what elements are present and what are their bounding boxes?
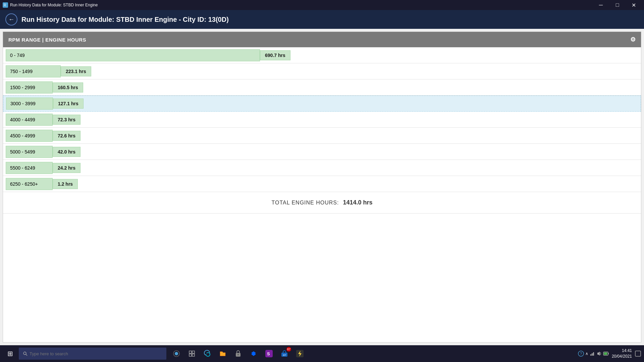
rpm-data-row: 750 - 1499 223.1 hrs bbox=[3, 63, 641, 79]
edge-icon bbox=[204, 350, 211, 357]
window-title: Run History Data for Module: STBD Inner … bbox=[10, 3, 98, 7]
title-bar: R Run History Data for Module: STBD Inne… bbox=[0, 0, 644, 10]
windows-icon: ⊞ bbox=[7, 350, 13, 358]
svg-rect-6 bbox=[189, 351, 192, 353]
hours-value: 127.1 hrs bbox=[53, 99, 84, 109]
notification-icon[interactable] bbox=[635, 350, 641, 357]
battery-icon bbox=[603, 351, 609, 356]
hours-value: 42.0 hrs bbox=[53, 147, 80, 157]
total-label: TOTAL ENGINE HOURS: bbox=[271, 200, 339, 206]
hours-value: 690.7 hrs bbox=[260, 50, 290, 60]
rpm-data-row: 6250 - 6250+ 1.2 hrs bbox=[3, 176, 641, 192]
app-s-button[interactable]: S bbox=[262, 346, 276, 361]
hours-value: 223.1 hrs bbox=[61, 66, 91, 76]
settings-gear-icon[interactable]: ⚙ bbox=[630, 36, 636, 43]
svg-rect-26 bbox=[604, 353, 607, 355]
svg-rect-27 bbox=[608, 353, 609, 354]
svg-text:R: R bbox=[4, 3, 6, 7]
svg-rect-23 bbox=[592, 353, 593, 356]
hours-value: 72.6 hrs bbox=[53, 131, 80, 141]
system-clock: 14:41 20/04/2021 bbox=[612, 348, 632, 359]
rpm-data-row: 0 - 749 690.7 hrs bbox=[3, 47, 641, 63]
bar-track: 750 - 1499 223.1 hrs bbox=[6, 65, 638, 77]
svg-point-2 bbox=[23, 352, 26, 355]
network-icon bbox=[590, 351, 595, 356]
rpm-data-row: 4000 - 4499 72.3 hrs bbox=[3, 112, 641, 128]
bar-track: 4500 - 4999 72.6 hrs bbox=[6, 130, 638, 142]
taskbar-right: ? ∧ 14:41 20/04/2021 bbox=[578, 348, 641, 359]
rpm-data-row: 1500 - 2999 160.5 hrs bbox=[3, 79, 641, 96]
dropbox-button[interactable] bbox=[246, 346, 261, 361]
rpm-range-label: 0 - 749 bbox=[6, 49, 260, 61]
bar-track: 1500 - 2999 160.5 hrs bbox=[6, 81, 638, 94]
back-button[interactable]: ← bbox=[5, 13, 17, 25]
search-input[interactable] bbox=[30, 351, 162, 356]
system-tray-icons: ? ∧ bbox=[578, 351, 609, 357]
speaker-icon bbox=[596, 351, 602, 356]
close-button[interactable]: ✕ bbox=[626, 0, 641, 10]
window-controls: ─ □ ✕ bbox=[593, 0, 641, 10]
svg-text:87: 87 bbox=[283, 354, 286, 357]
app-icon: R bbox=[3, 2, 8, 8]
search-icon bbox=[23, 351, 28, 356]
svg-text:?: ? bbox=[580, 352, 582, 356]
svg-text:S: S bbox=[267, 351, 270, 356]
svg-rect-7 bbox=[192, 351, 195, 353]
start-button[interactable]: ⊞ bbox=[3, 346, 17, 361]
bar-track: 0 - 749 690.7 hrs bbox=[6, 49, 638, 61]
edge-button[interactable] bbox=[200, 346, 215, 361]
bar-track: 5000 - 5499 42.0 hrs bbox=[6, 146, 638, 158]
hours-value: 72.3 hrs bbox=[53, 115, 80, 125]
notification-badge: 87 bbox=[286, 347, 291, 352]
section-header: RPM RANGE | ENGINE HOURS ⚙ bbox=[3, 32, 641, 47]
rpm-rows-container: 0 - 749 690.7 hrs 750 - 1499 223.1 hrs bbox=[3, 47, 641, 192]
task-view-button[interactable] bbox=[184, 346, 199, 361]
cortana-icon bbox=[173, 350, 180, 357]
lightning-icon bbox=[296, 350, 304, 357]
svg-rect-28 bbox=[635, 351, 641, 356]
svg-rect-22 bbox=[590, 354, 591, 356]
total-row: TOTAL ENGINE HOURS: 1414.0 hrs bbox=[3, 192, 641, 214]
rpm-range-label: 750 - 1499 bbox=[6, 65, 61, 77]
bar-track: 5500 - 6249 24.2 hrs bbox=[6, 162, 638, 174]
minimize-button[interactable]: ─ bbox=[593, 0, 608, 10]
rpm-range-label: 5500 - 6249 bbox=[6, 162, 53, 174]
files-icon bbox=[219, 350, 226, 357]
dropbox-icon bbox=[250, 350, 257, 357]
bar-track: 6250 - 6250+ 1.2 hrs bbox=[6, 178, 638, 190]
help-icon: ? bbox=[578, 351, 584, 357]
hours-value: 24.2 hrs bbox=[53, 163, 80, 173]
rpm-data-row: 5000 - 5499 42.0 hrs bbox=[3, 144, 641, 160]
rpm-range-label: 6250 - 6250+ bbox=[6, 178, 53, 190]
chevron-up-icon[interactable]: ∧ bbox=[585, 351, 588, 356]
svg-point-11 bbox=[237, 354, 239, 355]
files-button[interactable] bbox=[215, 346, 230, 361]
app-package-button[interactable]: 87 87 bbox=[277, 346, 292, 361]
cortana-button[interactable] bbox=[169, 346, 184, 361]
header-bar: ← Run History Data for Module: STBD Inne… bbox=[0, 10, 644, 29]
task-view-icon bbox=[189, 350, 195, 357]
maximize-button[interactable]: □ bbox=[610, 0, 625, 10]
total-value: 1414.0 hrs bbox=[343, 199, 372, 206]
rpm-range-label: 3000 - 3999 bbox=[6, 98, 53, 110]
svg-rect-9 bbox=[192, 354, 195, 356]
search-bar[interactable] bbox=[19, 348, 166, 360]
lock-app-button[interactable] bbox=[231, 346, 246, 361]
rpm-range-label: 5000 - 5499 bbox=[6, 146, 53, 158]
rpm-data-row: 3000 - 3999 127.1 hrs bbox=[3, 96, 641, 112]
rpm-data-row: 5500 - 6249 24.2 hrs bbox=[3, 160, 641, 176]
taskbar: ⊞ bbox=[0, 345, 644, 362]
rpm-range-label: 1500 - 2999 bbox=[6, 81, 53, 94]
rpm-range-label: 4000 - 4499 bbox=[6, 114, 53, 126]
svg-point-5 bbox=[175, 352, 178, 355]
svg-rect-8 bbox=[189, 354, 192, 356]
app-lightning-button[interactable] bbox=[292, 346, 307, 361]
lock-icon bbox=[235, 350, 241, 357]
rpm-data-row: 4500 - 4999 72.6 hrs bbox=[3, 128, 641, 144]
taskbar-icons: S 87 87 bbox=[169, 346, 307, 361]
clock-date: 20/04/2021 bbox=[612, 354, 632, 359]
bar-track: 3000 - 3999 127.1 hrs bbox=[6, 98, 638, 110]
svg-line-3 bbox=[26, 354, 27, 356]
clock-time: 14:41 bbox=[612, 348, 632, 354]
bar-track: 4000 - 4499 72.3 hrs bbox=[6, 114, 638, 126]
